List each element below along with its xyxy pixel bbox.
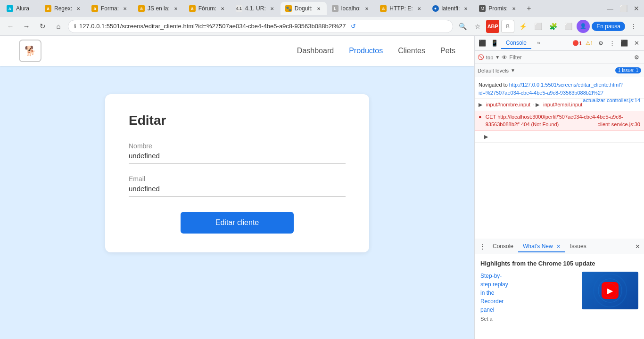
tab-ur41[interactable]: 4.1 4.1. UR: ✕ — [231, 2, 280, 15]
eye-icon[interactable]: 👁 — [502, 54, 507, 61]
email-label: Email — [129, 175, 346, 183]
devtools-close-icon[interactable]: ✕ — [631, 38, 642, 49]
devtools-toolbar: ⬛ 📱 Console » 🔴 1 ⚠ 1 ⚙ ⋮ ⬛ ✕ — [475, 36, 644, 51]
issue-badge[interactable]: 1 Issue: 1 — [615, 67, 641, 73]
address-bar[interactable]: ℹ 127.0.0.1:5501/screens/editar_cliente.… — [68, 20, 453, 33]
tab-close-forum[interactable]: ✕ — [219, 5, 226, 12]
new-tab-button[interactable]: + — [522, 2, 536, 15]
devtools-settings-icon[interactable]: ⚙ — [596, 39, 605, 48]
tab-jsen[interactable]: a JS en la: ✕ — [133, 2, 184, 15]
minimize-button[interactable]: — — [604, 3, 616, 14]
reload-button[interactable]: ↻ — [36, 20, 49, 33]
bookmark-button[interactable]: ☆ — [471, 20, 484, 33]
extensions-button[interactable]: 🧩 — [546, 20, 560, 33]
tab-favicon-forma: a — [91, 5, 98, 12]
tab-close-regex[interactable]: ✕ — [75, 5, 82, 12]
extension-btn-1[interactable]: B — [501, 20, 514, 33]
tab-doguit[interactable]: 🐾 Doguit: ✕ — [281, 2, 327, 15]
menu-button[interactable]: ⋮ — [627, 20, 640, 33]
nav-link-clientes[interactable]: Clientes — [398, 47, 425, 55]
console-separator-arrow[interactable]: ▶ — [536, 101, 539, 109]
devtools-inspect-icon[interactable]: ⬛ — [477, 38, 488, 49]
devtools-error-badge[interactable]: 🔴 1 — [571, 38, 583, 49]
bottom-panel-settings-icon[interactable]: ⋮ — [477, 241, 488, 252]
top-selector[interactable]: top — [486, 55, 493, 60]
levels-label[interactable]: Default levels — [478, 68, 509, 73]
tab-regex[interactable]: a Regex: ✕ — [40, 2, 86, 15]
lock-icon: ℹ — [74, 23, 76, 30]
tab-label-forum: Fórum: — [198, 5, 216, 12]
top-dropdown-icon[interactable]: ▼ — [495, 55, 500, 60]
tab-close-latentfi[interactable]: ✕ — [462, 5, 469, 12]
devtools-undock-icon[interactable]: ⬛ — [619, 38, 630, 49]
tab-alura[interactable]: A Alura — [2, 2, 40, 15]
nav-link-dashboard[interactable]: Dashboard — [297, 47, 334, 55]
browser-toolbar-right: 🔍 ☆ ABP B ⚡ ⬜ 🧩 ⬜ 👤 En pausa ⋮ — [456, 20, 640, 33]
browser-window: A Alura a Regex: ✕ a Forma: ✕ a JS en la… — [0, 0, 644, 339]
devtools-filter-row: 🚫 top ▼ 👁 ⚙ — [475, 51, 644, 64]
tab-favicon-doguit: 🐾 — [285, 5, 292, 12]
tab-close-forma[interactable]: ✕ — [122, 5, 128, 12]
logo-icon: 🐕 — [19, 40, 41, 62]
bottom-tab-issues[interactable]: Issues — [565, 241, 591, 252]
tab-label-localhost: localho: — [341, 5, 361, 12]
tab-label-regex: Regex: — [54, 5, 72, 12]
tab-close-http[interactable]: ✕ — [416, 5, 422, 12]
page-content: 🐕 Dashboard Productos Clientes Pets Edit… — [0, 36, 474, 339]
bottom-panel-close-button[interactable]: ✕ — [633, 242, 642, 251]
console-error-arrow[interactable]: ▶ — [484, 134, 488, 139]
extension-btn-2[interactable]: ⚡ — [516, 20, 529, 33]
devtools-tab-more[interactable]: » — [532, 38, 545, 49]
tab-close-localhost[interactable]: ✕ — [363, 5, 370, 12]
tab-favicon-localhost: L — [332, 5, 339, 12]
tab-close-ur41[interactable]: ✕ — [269, 5, 275, 12]
submit-button[interactable]: Editar cliente — [181, 212, 294, 234]
adblock-button[interactable]: ABP — [486, 20, 499, 33]
tab-forma[interactable]: a Forma: ✕ — [87, 2, 133, 15]
close-window-button[interactable]: ✕ — [631, 3, 642, 14]
devtools-device-icon[interactable]: 📱 — [489, 38, 500, 49]
bottom-tab-console[interactable]: Console — [488, 241, 518, 252]
tab-close-promis[interactable]: ✕ — [511, 5, 517, 12]
nav-link-productos[interactable]: Productos — [349, 47, 383, 55]
levels-dropdown-icon[interactable]: ▼ — [511, 68, 515, 73]
tab-forum[interactable]: a Fórum: ✕ — [184, 2, 231, 15]
back-button[interactable]: ← — [4, 20, 17, 33]
nombre-input[interactable] — [129, 152, 346, 164]
nombre-field-group: Nombre — [129, 142, 346, 164]
devtools-filter-input[interactable] — [509, 54, 630, 61]
pause-button[interactable]: En pausa — [592, 22, 625, 31]
console-log-inputs: ▶ input#nombre.input · ▶ input#email.inp… — [475, 99, 581, 111]
maximize-button[interactable]: ⬜ — [618, 3, 629, 14]
home-button[interactable]: ⌂ — [52, 20, 65, 33]
search-button[interactable]: 🔍 — [456, 20, 469, 33]
devtools-panel: ⬛ 📱 Console » 🔴 1 ⚠ 1 ⚙ ⋮ ⬛ ✕ 🚫 top — [474, 36, 644, 339]
extension-btn-3[interactable]: ⬜ — [531, 20, 545, 33]
devtools-warning-badge[interactable]: ⚠ 1 — [584, 38, 595, 49]
forward-button[interactable]: → — [20, 20, 33, 33]
tab-promis[interactable]: M Promis: ✕ — [474, 2, 522, 15]
devtools-filter-settings[interactable]: ⚙ — [632, 53, 641, 62]
whats-new-close-icon[interactable]: ✕ — [556, 243, 561, 249]
nav-link-pets[interactable]: Pets — [440, 47, 455, 55]
tab-http[interactable]: a HTTP: E: ✕ — [375, 2, 427, 15]
console-log-nav-source[interactable]: actualizar-controller.js:14 — [583, 97, 640, 105]
tab-close-jsen[interactable]: ✕ — [173, 5, 179, 12]
email-input[interactable] — [129, 185, 346, 197]
whats-new-content: Highlights from the Chrome 105 update St… — [475, 254, 644, 339]
tab-latentfi[interactable]: ● latentfi: ✕ — [428, 2, 474, 15]
bottom-tab-whats-new[interactable]: What's New ✕ — [518, 241, 565, 252]
devtools-toggle-button[interactable]: ⬜ — [561, 20, 575, 33]
devtools-tab-console[interactable]: Console — [501, 38, 531, 49]
feature-title-line4: Recorder — [480, 297, 576, 306]
tab-close-doguit[interactable]: ✕ — [315, 5, 322, 12]
profile-avatar[interactable]: 👤 — [577, 20, 590, 33]
form-title: Editar — [129, 113, 346, 128]
devtools-more-icon[interactable]: ⋮ — [606, 38, 618, 49]
console-expand-arrow[interactable]: ▶ — [479, 101, 482, 109]
tab-localhost[interactable]: L localho: ✕ — [327, 2, 375, 15]
whats-new-title: Highlights from the Chrome 105 update — [480, 260, 638, 267]
error-source[interactable]: client-service.js:30 — [598, 121, 640, 129]
tab-label-alura: Alura — [16, 5, 29, 12]
tab-favicon-latentfi: ● — [432, 5, 439, 12]
